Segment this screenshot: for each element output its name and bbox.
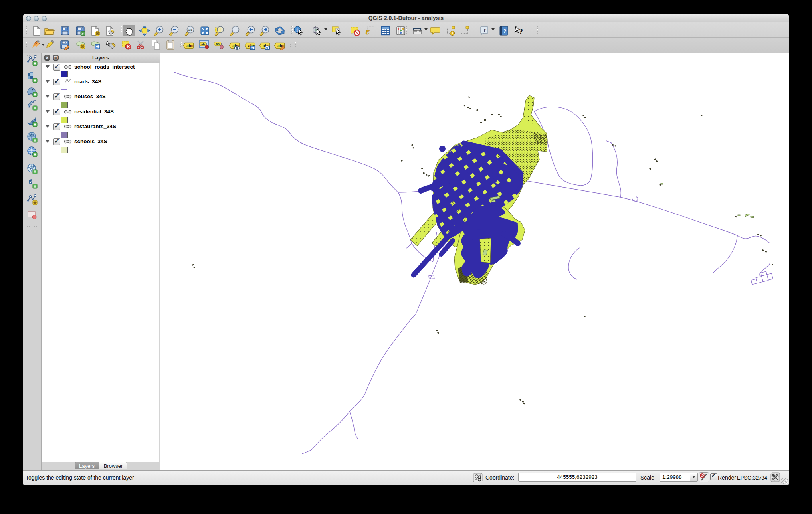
svg-text:abc: abc xyxy=(186,43,194,48)
svg-text:ε: ε xyxy=(366,26,370,36)
svg-text:?: ? xyxy=(519,27,523,36)
svg-text:T: T xyxy=(483,28,486,33)
svg-text:ab: ab xyxy=(201,43,205,46)
svg-text:?: ? xyxy=(503,28,507,34)
svg-text:ab: ab xyxy=(216,42,220,46)
svg-text:1:1: 1:1 xyxy=(188,28,192,31)
